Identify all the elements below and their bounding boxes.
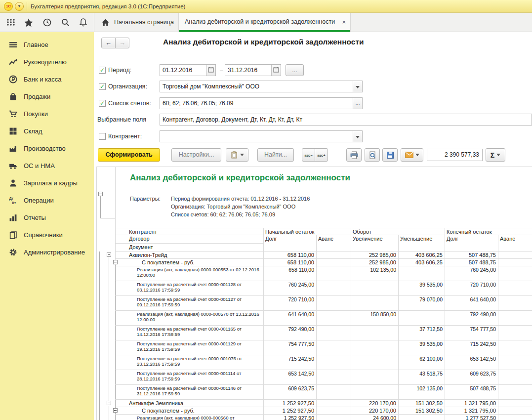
main-menu-dropdown-button[interactable]: ▼ [15,2,24,11]
table-row[interactable]: Поступление на расчетный счет 0000-00116… [115,326,532,340]
tree-line [99,252,100,420]
table-row[interactable]: Поступление на расчетный счет 0000-00111… [115,370,532,385]
table-row[interactable]: С покупателем - руб.658 110,00252 985,00… [115,259,532,266]
collapse-groups-button[interactable]: авс− [302,148,315,162]
sidebar-item-label: Главное [24,36,48,53]
table-row[interactable]: Реализация (акт, накладная) 0000-000560 … [115,415,532,420]
table-row[interactable]: Поступление на расчетный счет 0000-00112… [115,340,532,355]
search-icon[interactable] [60,18,70,28]
cell-value [317,326,351,340]
cell-value: 720 710,00 [264,296,317,311]
sidebar-item-операции[interactable]: ДтКтОперации [0,192,94,209]
sidebar-item-главное[interactable]: Главное [0,36,94,53]
cell-value: 507 488,75 [445,252,498,259]
chevron-down-icon[interactable] [353,131,362,142]
settings-button[interactable]: Настройки... [171,148,221,162]
table-row[interactable]: Поступление на расчетный счет 0000-00112… [115,296,532,311]
cell-value: 1 321 795,00 [445,407,498,415]
window-title: Бухгалтерия предприятия, редакция 3.0 (1… [31,0,185,13]
accounts-more-button[interactable]: ... [353,98,362,109]
table-row[interactable]: Антикафе Земляника1 252 927,50220 170,00… [115,400,532,407]
table-row[interactable]: Поступление на расчетный счет 0000-00112… [115,281,532,296]
selected-fields-label: Выбранные поля [97,114,146,126]
sidebar-menu: ГлавноеРуководителюБанк и кассаПродажиПо… [0,36,94,261]
bell-icon[interactable] [78,18,88,28]
cell-value [498,407,532,415]
sidebar-item-справочники[interactable]: Справочники [0,226,94,244]
period-to-input[interactable]: 31.12.2016 [225,64,281,76]
nav-forward-button[interactable]: → [115,38,129,48]
save-button[interactable] [382,148,398,162]
row-label: Аквилон-Трейд [115,252,264,259]
organization-label: Организация: [108,81,147,92]
col-header: Аванс [317,235,351,252]
print-button[interactable] [346,148,362,162]
table-row[interactable]: Аквилон-Трейд658 110,00252 985,00403 606… [115,252,532,259]
organization-checkbox[interactable]: ✓ [99,83,106,90]
tab-close-icon[interactable]: × [342,13,346,31]
star-favorites-icon[interactable] [24,18,34,28]
period-more-button[interactable]: ... [286,64,304,76]
sidebar-item-администрирование[interactable]: Администрирование [0,244,94,261]
floppy-save-icon [386,151,394,159]
sidebar-item-зарплата-и-кадры[interactable]: Зарплата и кадры [0,174,94,192]
collapse-toggle[interactable] [107,401,111,405]
collapse-groups-icon: авс− [304,154,312,157]
period-from-input[interactable]: 01.12.2016 [160,64,216,76]
collapse-toggle[interactable] [107,252,111,257]
sidebar-item-отчеты[interactable]: Отчеты [0,209,94,226]
collapse-toggle[interactable] [98,192,103,196]
calendar-icon[interactable] [206,65,215,76]
find-button[interactable]: Найти... [257,148,294,162]
table-row[interactable]: Поступление на расчетный счет 0000-00114… [115,385,532,400]
organization-input[interactable]: Торговый дом "Комплексный" ООО [160,81,363,92]
cell-value: 39 535,00 [399,281,445,296]
sidebar-item-склад[interactable]: Склад [0,123,94,140]
table-row[interactable]: Реализация (акт, накладная) 0000-000553 … [115,266,532,281]
clipboard-icon [231,151,238,159]
nav-back-button[interactable]: ← [101,38,116,48]
table-row[interactable]: С покупателем - руб.1 252 927,50220 170,… [115,407,532,415]
sidebar-item-label: Зарплата и кадры [24,174,78,192]
selected-fields-input[interactable]: Контрагент, Договор, Документ, Дт, Кт, Д… [160,114,532,126]
cell-value: 720 710,00 [445,281,498,296]
tree-line [103,252,103,420]
generate-button[interactable]: Сформировать [98,148,160,162]
calendar-icon[interactable] [271,65,281,76]
tab-active-report[interactable]: Анализ дебиторской и кредиторской задолж… [179,13,351,32]
sidebar-item-банк-и-касса[interactable]: Банк и касса [0,71,94,88]
apps-grid-icon[interactable] [6,18,16,28]
accounts-checkbox[interactable]: ✓ [99,100,106,107]
cell-value [317,400,351,407]
sidebar-item-покупки[interactable]: Покупки [0,105,94,123]
expand-groups-button[interactable]: авс+ [315,148,328,162]
sidebar-item-продажи[interactable]: Продажи [0,88,94,105]
sidebar-item-label: Администрирование [24,244,85,261]
cell-value: 507 488,75 [445,385,498,400]
print-preview-button[interactable] [365,148,380,162]
counterparty-input[interactable] [160,130,363,142]
send-mail-button[interactable] [401,148,423,162]
sidebar-item-ос-и-нма[interactable]: ОС и НМА [0,157,94,174]
copy-result-button[interactable] [226,148,248,162]
history-icon[interactable] [42,18,52,28]
cell-value: 151 302,50 [399,407,445,415]
autosum-value-field[interactable]: 2 390 577,33 [427,149,483,161]
cell-value: 1 252 927,50 [264,415,317,420]
cell-value [399,311,445,326]
sidebar-item-руководителю[interactable]: Руководителю [0,53,94,71]
table-row[interactable]: Реализация (акт, накладная) 0000-000570 … [115,311,532,326]
cell-value: 150 850,00 [351,311,399,326]
period-checkbox[interactable]: ✓ [99,67,106,74]
period-dash: – [220,67,223,74]
sum-button[interactable]: Σ [486,148,505,162]
table-row[interactable]: Поступление на расчетный счет 0000-00107… [115,355,532,370]
chevron-down-icon[interactable] [353,81,362,92]
cell-value: 220 170,00 [351,407,399,415]
cell-value [399,266,445,281]
sidebar-item-производство[interactable]: Производство [0,140,94,157]
cell-value [498,311,532,326]
accounts-input[interactable]: 60; 62; 76.06; 76.05; 76.09 ... [160,97,363,109]
counterparty-checkbox[interactable] [99,133,106,140]
tab-home[interactable]: Начальная страница [94,13,179,32]
